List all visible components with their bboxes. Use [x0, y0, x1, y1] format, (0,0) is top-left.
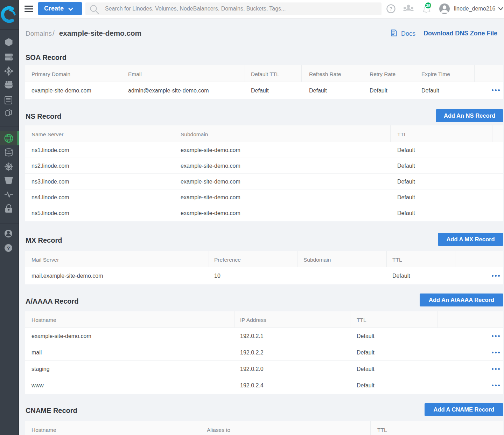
svg-text:?: ? [390, 6, 393, 12]
svg-text:35: 35 [426, 4, 430, 8]
svg-text:?: ? [7, 245, 10, 251]
